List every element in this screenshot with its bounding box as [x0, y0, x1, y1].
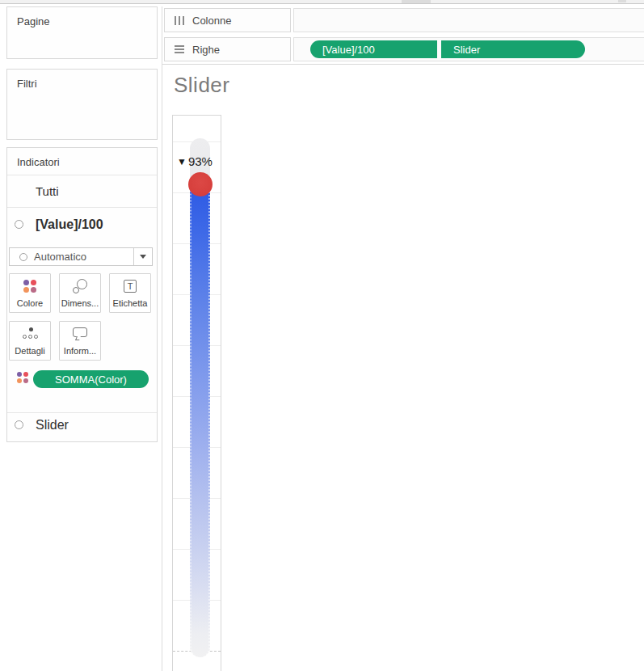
columns-shelf-label: Colonne: [192, 15, 231, 27]
mark-type-dropdown[interactable]: Automatico: [9, 247, 153, 266]
detail-button[interactable]: Dettagli: [9, 321, 51, 361]
color-button[interactable]: Colore: [9, 273, 51, 313]
pages-shelf-title: Pagine: [7, 7, 157, 27]
field-circle-icon: [15, 420, 23, 429]
marks-tab-slider[interactable]: Slider: [36, 418, 69, 433]
divider: [7, 207, 157, 208]
divider: [7, 412, 157, 413]
chevron-down-icon: [140, 255, 146, 259]
slider-value-label: ▼ 93%: [177, 154, 213, 168]
color-field-pill[interactable]: SOMMA(Color): [33, 370, 149, 388]
columns-icon: [175, 16, 184, 25]
rows-icon: [175, 45, 184, 53]
marks-tab-all[interactable]: Tutti: [36, 184, 59, 198]
tooltip-button-label: Inform...: [64, 346, 96, 360]
detail-button-label: Dettagli: [15, 346, 44, 360]
tooltip-button[interactable]: Inform...: [59, 321, 101, 361]
filters-shelf-title: Filtri: [7, 70, 157, 90]
mark-type-dropdown-arrow[interactable]: [133, 248, 152, 265]
rows-shelf-label: Righe: [192, 44, 220, 56]
filters-shelf[interactable]: Filtri: [6, 69, 158, 140]
toolbar-nub: [402, 0, 431, 3]
detail-icon: [10, 322, 50, 346]
size-button-label: Dimens...: [61, 298, 99, 312]
marks-card: Indicatori Tutti [Value]/100 Automatico …: [6, 147, 158, 442]
rows-pill-slider[interactable]: Slider: [441, 40, 585, 58]
mark-type-value: Automatico: [34, 251, 133, 263]
sheet-title: Slider: [174, 73, 229, 98]
color-icon: [10, 274, 50, 298]
marker-triangle-icon: ▼: [177, 156, 187, 167]
rows-shelf-label-box: Righe: [164, 37, 291, 61]
mark-type-circle-icon: [19, 253, 27, 261]
label-button[interactable]: T Etichetta: [109, 273, 151, 313]
tooltip-icon: [60, 322, 100, 346]
label-icon: T: [110, 274, 150, 298]
slider-knob[interactable]: [188, 172, 213, 196]
size-button[interactable]: Dimens...: [59, 273, 101, 313]
color-button-label: Colore: [17, 298, 43, 312]
columns-shelf-area[interactable]: [293, 8, 644, 32]
pages-shelf[interactable]: Pagine: [6, 6, 158, 59]
label-button-label: Etichetta: [113, 298, 148, 312]
field-circle-icon: [15, 220, 23, 229]
shelf-bottom-line: [162, 64, 644, 65]
color-legend-icon: [17, 372, 28, 383]
columns-shelf-label-box: Colonne: [164, 8, 291, 32]
toolbar-edge: [0, 0, 644, 4]
marks-tab-value[interactable]: [Value]/100: [36, 217, 103, 232]
marks-card-title: Indicatori: [7, 148, 157, 168]
sidebar-canvas-divider: [162, 6, 162, 671]
divider: [7, 175, 157, 175]
rows-shelf-area[interactable]: [Value]/100 Slider: [293, 37, 644, 61]
rows-pill-value[interactable]: [Value]/100: [310, 40, 437, 58]
toolbar-nub-right: [618, 0, 626, 2]
slider-bar[interactable]: [190, 184, 210, 657]
slider-value-text: 93%: [188, 154, 213, 168]
size-icon: [60, 274, 100, 298]
chart-area: ▼ 93%: [172, 115, 221, 671]
